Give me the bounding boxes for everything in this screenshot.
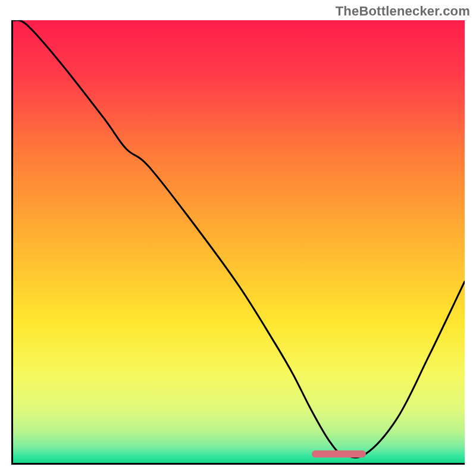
- chart-container: TheBottlenecker.com: [0, 0, 476, 476]
- plot-frame: [11, 20, 465, 465]
- attribution-text: TheBottlenecker.com: [336, 4, 470, 19]
- svg-rect-0: [13, 20, 465, 463]
- plot-area: [13, 20, 465, 463]
- optimal-range-marker: [312, 450, 366, 458]
- gradient-background: [13, 20, 465, 463]
